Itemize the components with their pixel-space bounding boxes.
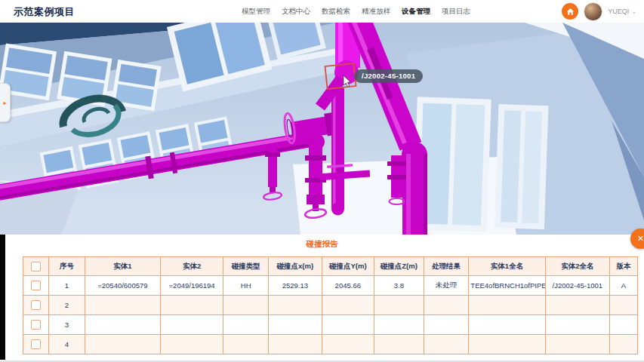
expander-arrow-icon: ▸ [3,100,6,106]
nav-item-equipment-management[interactable]: 设备管理 [402,7,430,17]
user-menu[interactable]: YUEQI ⌄ [608,8,636,15]
user-name: YUEQI [608,8,629,15]
col-entity2: 实体2 [160,257,223,276]
nav-item-project-log[interactable]: 项目日志 [442,7,470,17]
cell-x: 2529.13 [268,276,322,296]
cell-version: A [609,276,637,296]
page-title: 示范案例项目 [14,5,75,19]
table-row[interactable]: 1 =20540/600579 =2049/196194 HH 2529.13 … [23,276,638,296]
col-version: 版本 [609,257,637,276]
nav-item-document-center[interactable]: 文档中心 [282,7,310,17]
row-checkbox[interactable] [31,281,41,290]
cell-z: 3.8 [374,276,424,296]
col-point-y: 碰撞点Y(m) [322,257,374,276]
cell-seq: 3 [48,315,85,335]
collision-table: 序号 实体1 实体2 碰撞类型 碰撞点x(m) 碰撞点Y(m) 碰撞点Z(m) … [23,256,638,354]
home-icon [566,8,575,16]
viewport-3d[interactable]: ▸ /J2002-45-1001 [0,23,644,235]
select-all-checkbox[interactable] [31,262,41,272]
cell-entity1: =20540/600579 [85,276,161,296]
report-tab[interactable]: 碰撞报告 [0,239,644,250]
row-checkbox[interactable] [31,320,41,330]
table-row[interactable]: 3 [23,315,638,335]
chevron-down-icon: ⌄ [631,8,636,15]
row-checkbox[interactable] [31,339,41,349]
cell-seq: 4 [48,335,85,354]
selection-tooltip: /J2002-45-1001 [354,69,423,83]
col-seq: 序号 [48,257,85,276]
nav-item-model-management[interactable]: 模型管理 [242,7,270,17]
cell-entity2: =2049/196194 [160,276,223,296]
col-entity1-full: 实体1全名 [469,257,545,276]
col-point-x: 碰撞点x(m) [268,257,322,276]
row-checkbox[interactable] [31,300,41,310]
cell-y: 2045.66 [322,276,374,296]
collision-report-panel: 碰撞报告 ✕ 序号 实体1 实体2 碰撞类型 碰撞点x(m) 碰撞点Y(m) 碰… [0,235,644,362]
avatar[interactable] [584,2,602,21]
table-row[interactable]: 4 [23,335,638,354]
right-wall-windows [413,97,549,234]
table-row[interactable]: 2 [23,296,638,315]
left-panel-expander[interactable]: ▸ [0,83,11,122]
cell-entity2-full: /J2002-45-1001 [545,276,609,296]
col-entity1: 实体1 [85,257,161,276]
cell-seq: 1 [48,276,85,296]
select-all-cell [23,257,49,276]
cell-status: 未处理 [424,276,469,296]
top-right-cluster: YUEQI ⌄ [562,2,636,20]
table-header-row: 序号 实体1 实体2 碰撞类型 碰撞点x(m) 碰撞点Y(m) 碰撞点Z(m) … [23,257,638,276]
top-bar: 示范案例项目 模型管理 文档中心 数据检索 精准放样 设备管理 项目日志 YUE… [0,0,644,23]
left-black-strip [0,235,5,362]
col-collision-type: 碰撞类型 [223,257,269,276]
home-button[interactable] [562,3,578,20]
close-icon: ✕ [637,234,644,244]
nav-item-data-search[interactable]: 数据检索 [322,7,350,17]
col-point-z: 碰撞点Z(m) [374,257,424,276]
viewport-3d-scene[interactable] [0,23,644,235]
cell-entity1-full: TEE4ofBRNCH1ofPIPE/1 [469,276,545,296]
nav-item-layout[interactable]: 精准放样 [362,7,390,17]
main-nav: 模型管理 文档中心 数据检索 精准放样 设备管理 项目日志 [242,7,470,17]
col-entity2-full: 实体2全名 [545,257,609,276]
cell-collision-type: HH [223,276,269,296]
col-status: 处理结果 [424,257,469,276]
cell-seq: 2 [48,296,85,315]
